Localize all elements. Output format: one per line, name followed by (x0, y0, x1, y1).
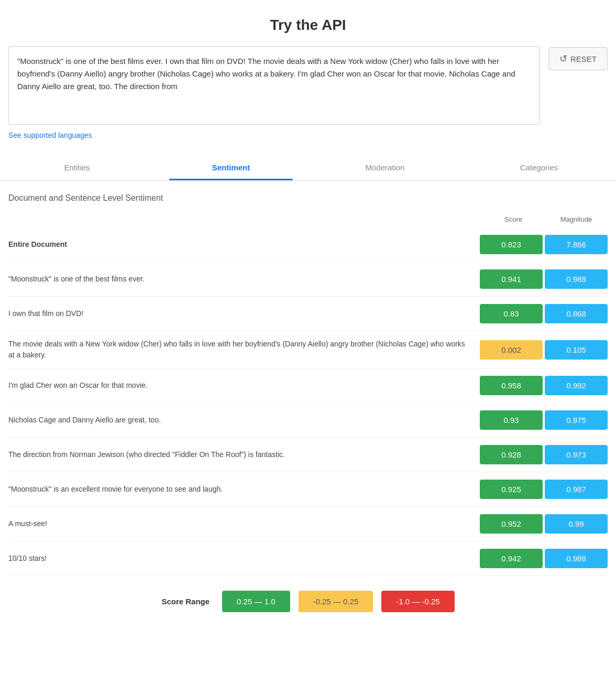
score-header-label: Score (482, 215, 545, 223)
score-badges: 0.9520.99 (480, 514, 608, 534)
table-row: 10/10 stars!0.9420.988 (8, 541, 608, 576)
sentence-text: "Moonstruck" is an excellent movie for e… (8, 484, 471, 495)
score-badge: 0.952 (480, 514, 543, 534)
sentence-text: The direction from Norman Jewison (who d… (8, 449, 471, 460)
score-badge: 0.942 (480, 549, 543, 568)
top-section: "Moonstruck" is one of the best films ev… (0, 46, 616, 146)
score-badges: 0.930.975 (480, 410, 608, 430)
score-badge: 0.925 (480, 480, 543, 499)
sentence-text: A must-see! (8, 518, 471, 529)
score-badges: 0.0020.105 (480, 340, 608, 360)
score-badge: 0.83 (480, 304, 543, 323)
sentence-text: Nicholas Cage and Danny Aiello are great… (8, 415, 471, 426)
legend-section: Score Range 0.25 — 1.0 -0.25 — 0.25 -1.0… (8, 576, 608, 621)
sentence-text: 10/10 stars! (8, 553, 471, 564)
table-row: A must-see!0.9520.99 (8, 507, 608, 541)
magnitude-badge: 0.987 (545, 480, 608, 499)
score-badges: 0.8237.866 (480, 235, 608, 254)
score-badges: 0.9580.992 (480, 376, 608, 395)
legend-label: Score Range (161, 597, 210, 606)
see-languages-link[interactable]: See supported languages (8, 131, 92, 139)
reset-icon: ↺ (559, 53, 567, 64)
magnitude-badge: 0.973 (545, 445, 608, 464)
sentence-text: I own that film on DVD! (8, 308, 471, 319)
text-area-wrapper: "Moonstruck" is one of the best films ev… (8, 46, 540, 140)
sentiment-rows: Entire Document0.8237.866"Moonstruck" is… (8, 227, 608, 576)
magnitude-badge: 0.868 (545, 304, 608, 323)
magnitude-badge: 0.988 (545, 549, 608, 568)
sentence-text: I'm glad Cher won an Oscar for that movi… (8, 380, 471, 391)
score-badge: 0.823 (480, 235, 543, 254)
tab-entities[interactable]: Entities (0, 155, 154, 180)
table-row: The movie deals with a New York widow (C… (8, 331, 608, 368)
table-row: I'm glad Cher won an Oscar for that movi… (8, 368, 608, 403)
tab-moderation[interactable]: Moderation (308, 155, 462, 180)
magnitude-badge: 0.992 (545, 376, 608, 395)
table-row: "Moonstruck" is one of the best films ev… (8, 262, 608, 297)
table-row: Entire Document0.8237.866 (8, 227, 608, 262)
score-badges: 0.9280.973 (480, 445, 608, 464)
score-badge: 0.958 (480, 376, 543, 395)
legend-badge-yellow: -0.25 — 0.25 (299, 591, 373, 612)
legend-badge-green: 0.25 — 1.0 (222, 591, 290, 612)
sentence-text: "Moonstruck" is one of the best films ev… (8, 274, 471, 285)
score-badges: 0.9420.988 (480, 549, 608, 568)
sentence-text: The movie deals with a New York widow (C… (8, 339, 471, 361)
magnitude-header-label: Magnitude (545, 215, 608, 223)
score-badge: 0.941 (480, 269, 543, 289)
magnitude-badge: 7.866 (545, 235, 608, 254)
magnitude-badge: 0.105 (545, 340, 608, 360)
magnitude-badge: 0.975 (545, 410, 608, 430)
score-badges: 0.830.868 (480, 304, 608, 323)
score-badge: 0.928 (480, 445, 543, 464)
tab-sentiment[interactable]: Sentiment (154, 155, 308, 180)
input-textarea[interactable]: "Moonstruck" is one of the best films ev… (8, 46, 540, 125)
tab-categories[interactable]: Categories (462, 155, 616, 180)
magnitude-badge: 0.988 (545, 269, 608, 289)
score-badges: 0.9250.987 (480, 480, 608, 499)
tabs-bar: Entities Sentiment Moderation Categories (0, 155, 616, 181)
table-row: "Moonstruck" is an excellent movie for e… (8, 472, 608, 507)
reset-button[interactable]: ↺ RESET (548, 47, 608, 70)
sentence-text: Entire Document (8, 239, 471, 250)
section-title: Document and Sentence Level Sentiment (8, 193, 608, 203)
table-row: The direction from Norman Jewison (who d… (8, 438, 608, 472)
sentiment-content: Document and Sentence Level Sentiment Sc… (0, 181, 616, 633)
score-badge: 0.002 (480, 340, 543, 360)
reset-label: RESET (570, 55, 597, 63)
magnitude-badge: 0.99 (545, 514, 608, 534)
table-row: Nicholas Cage and Danny Aiello are great… (8, 403, 608, 438)
table-row: I own that film on DVD!0.830.868 (8, 297, 608, 331)
score-headers: Score Magnitude (8, 215, 608, 223)
legend-badge-red: -1.0 — -0.25 (381, 591, 454, 612)
score-badges: 0.9410.988 (480, 269, 608, 289)
score-badge: 0.93 (480, 410, 543, 430)
page-title: Try the API (0, 0, 616, 46)
